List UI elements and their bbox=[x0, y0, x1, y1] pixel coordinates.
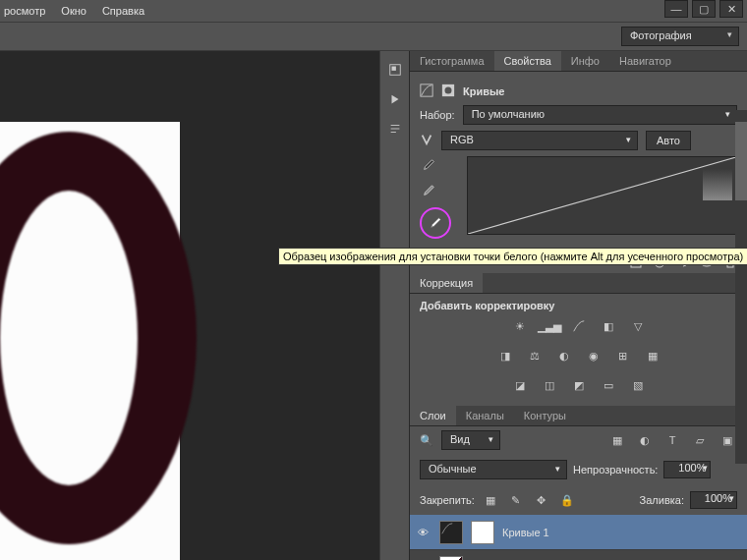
curves-adjustment-icon bbox=[420, 84, 433, 99]
tab-layers[interactable]: Слои bbox=[410, 406, 456, 425]
levels-icon[interactable]: ▁▃▅ bbox=[540, 317, 559, 335]
workspace-dropdown[interactable]: Фотография bbox=[621, 27, 739, 46]
black-white-icon[interactable]: ◐ bbox=[554, 347, 574, 364]
channel-mixer-icon[interactable]: ⊞ bbox=[613, 347, 633, 364]
filter-type-icon[interactable]: T bbox=[662, 431, 682, 449]
exposure-icon[interactable]: ◧ bbox=[599, 317, 618, 335]
tab-info[interactable]: Инфо bbox=[561, 51, 609, 71]
filter-shape-icon[interactable]: ▱ bbox=[690, 431, 710, 449]
tab-channels[interactable]: Каналы bbox=[456, 406, 514, 425]
layer-filter-kind[interactable]: Вид bbox=[441, 430, 500, 450]
filter-search-icon[interactable]: 🔍 bbox=[420, 434, 433, 447]
svg-line-9 bbox=[468, 157, 736, 234]
lock-position-icon[interactable]: ✥ bbox=[532, 491, 551, 509]
adjustment-thumb-icon bbox=[439, 521, 463, 544]
panel-scrollbar[interactable] bbox=[735, 110, 747, 464]
lock-all-icon[interactable]: 🔒 bbox=[557, 491, 577, 509]
curves-icon[interactable] bbox=[569, 317, 589, 335]
layer-row[interactable]: 👁 Кривые 1 bbox=[410, 515, 747, 550]
posterize-icon[interactable]: ◫ bbox=[540, 376, 559, 394]
properties-title: Кривые bbox=[463, 85, 504, 97]
menu-item-help[interactable]: Справка bbox=[102, 5, 144, 17]
fill-label: Заливка: bbox=[640, 494, 684, 506]
auto-button[interactable]: Авто bbox=[646, 131, 691, 150]
opacity-label: Непрозрачность: bbox=[573, 464, 658, 476]
white-point-eyedropper[interactable] bbox=[420, 207, 451, 239]
lock-label: Закрепить: bbox=[420, 494, 475, 506]
actions-icon[interactable] bbox=[384, 88, 406, 110]
document-canvas[interactable] bbox=[0, 122, 180, 560]
collapsed-panel-strip bbox=[379, 51, 409, 560]
layer-row[interactable]: 👁 bbox=[410, 550, 747, 560]
preset-label: Набор: bbox=[420, 109, 455, 121]
scroll-thumb[interactable] bbox=[735, 122, 747, 200]
photo-filter-icon[interactable]: ◉ bbox=[584, 347, 603, 364]
gradient-map-icon[interactable]: ▭ bbox=[599, 376, 618, 394]
adjustments-heading: Добавить корректировку bbox=[420, 300, 554, 311]
options-bar: Фотография bbox=[0, 22, 747, 51]
layer-mask-thumb[interactable] bbox=[471, 521, 494, 544]
tooltip: Образец изображения для установки точки … bbox=[278, 248, 747, 265]
color-lookup-icon[interactable]: ▦ bbox=[643, 347, 662, 364]
fill-input[interactable]: 100% bbox=[690, 491, 737, 509]
mask-icon bbox=[441, 84, 455, 99]
layers-panel-tabs: Слои Каналы Контуры bbox=[410, 406, 747, 426]
properties-panel: Кривые Набор: По умолчанию RGB Авто bbox=[410, 72, 747, 251]
layer-visibility-icon[interactable]: 👁 bbox=[418, 527, 431, 538]
hue-saturation-icon[interactable]: ◨ bbox=[495, 347, 515, 364]
canvas-area[interactable] bbox=[0, 51, 379, 560]
preset-dropdown[interactable]: По умолчанию bbox=[463, 105, 737, 125]
menu-item-window[interactable]: Окно bbox=[61, 5, 86, 17]
tab-properties[interactable]: Свойства bbox=[494, 51, 561, 71]
color-balance-icon[interactable]: ⚖ bbox=[525, 347, 545, 364]
info-panel-tabs: Гистограмма Свойства Инфо Навигатор bbox=[410, 51, 747, 72]
layer-name[interactable]: Кривые 1 bbox=[502, 527, 549, 538]
channel-dropdown[interactable]: RGB bbox=[441, 131, 638, 150]
menu-item-view[interactable]: росмотр bbox=[4, 5, 45, 17]
tab-paths[interactable]: Контуры bbox=[514, 406, 576, 425]
gray-point-eyedropper[interactable] bbox=[420, 182, 437, 199]
tab-navigator[interactable]: Навигатор bbox=[609, 51, 681, 71]
histogram-peak bbox=[703, 161, 732, 200]
adjustments-panel-tabs: Коррекция bbox=[410, 273, 747, 294]
image-content bbox=[0, 132, 197, 544]
blend-mode-dropdown[interactable]: Обычные bbox=[420, 460, 567, 479]
menu-bar: росмотр Окно Справка — ▢ ✕ bbox=[0, 0, 747, 22]
maximize-button[interactable]: ▢ bbox=[692, 0, 716, 18]
brightness-contrast-icon[interactable]: ☀ bbox=[510, 317, 530, 335]
history-icon[interactable] bbox=[384, 59, 406, 81]
minimize-button[interactable]: — bbox=[664, 0, 688, 18]
tab-adjustments[interactable]: Коррекция bbox=[410, 273, 483, 293]
adjustments-panel: Добавить корректировку ☀ ▁▃▅ ◧ ▽ ◨ ⚖ ◐ ◉… bbox=[410, 294, 747, 406]
invert-icon[interactable]: ◪ bbox=[510, 376, 530, 394]
opacity-input[interactable]: 100% bbox=[663, 461, 711, 478]
layer-filter-row: 🔍 Вид ▦ ◐ T ▱ ▣ bbox=[410, 426, 747, 454]
svg-marker-2 bbox=[391, 95, 398, 104]
filter-adjust-icon[interactable]: ◐ bbox=[635, 431, 655, 449]
channel-icon[interactable] bbox=[420, 133, 433, 148]
svg-rect-1 bbox=[391, 67, 395, 71]
threshold-icon[interactable]: ◩ bbox=[569, 376, 589, 394]
curves-graph[interactable] bbox=[467, 156, 737, 235]
lock-pixels-icon[interactable]: ✎ bbox=[506, 491, 526, 509]
paragraph-icon[interactable] bbox=[384, 118, 406, 140]
tab-histogram[interactable]: Гистограмма bbox=[410, 51, 494, 71]
svg-point-8 bbox=[445, 87, 452, 94]
filter-smart-icon[interactable]: ▣ bbox=[718, 431, 737, 449]
vibrance-icon[interactable]: ▽ bbox=[628, 317, 648, 335]
filter-pixel-icon[interactable]: ▦ bbox=[607, 431, 627, 449]
lock-transparency-icon[interactable]: ▦ bbox=[481, 491, 500, 509]
layer-image-thumb[interactable] bbox=[439, 556, 463, 561]
layer-list: 👁 Кривые 1 👁 bbox=[410, 515, 747, 560]
black-point-eyedropper[interactable] bbox=[420, 156, 437, 174]
selective-color-icon[interactable]: ▧ bbox=[628, 376, 648, 394]
close-button[interactable]: ✕ bbox=[719, 0, 743, 18]
